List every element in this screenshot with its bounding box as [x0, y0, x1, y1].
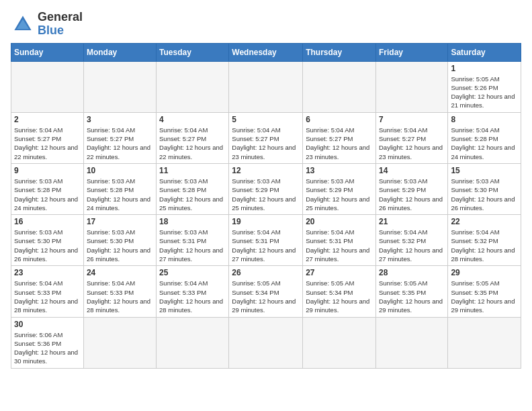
day-info: Sunrise: 5:04 AM Sunset: 5:27 PM Dayligh… — [159, 126, 226, 161]
calendar-cell — [375, 317, 447, 368]
day-number: 23 — [14, 268, 81, 277]
day-number: 19 — [232, 217, 300, 226]
day-number: 2 — [14, 115, 81, 124]
calendar-cell: 20Sunrise: 5:04 AM Sunset: 5:31 PM Dayli… — [303, 215, 376, 266]
day-info: Sunrise: 5:03 AM Sunset: 5:29 PM Dayligh… — [379, 177, 445, 212]
calendar-cell — [229, 61, 303, 112]
calendar-week-6: 30Sunrise: 5:06 AM Sunset: 5:36 PM Dayli… — [11, 317, 521, 368]
calendar-cell: 29Sunrise: 5:05 AM Sunset: 5:35 PM Dayli… — [448, 266, 521, 317]
calendar-cell: 30Sunrise: 5:06 AM Sunset: 5:36 PM Dayli… — [11, 317, 84, 368]
weekday-header-thursday: Thursday — [303, 43, 376, 61]
weekday-header-saturday: Saturday — [448, 43, 521, 61]
day-number: 6 — [306, 115, 373, 124]
day-info: Sunrise: 5:04 AM Sunset: 5:27 PM Dayligh… — [87, 126, 153, 161]
day-number: 25 — [159, 268, 226, 277]
day-info: Sunrise: 5:06 AM Sunset: 5:36 PM Dayligh… — [14, 330, 81, 366]
logo-icon — [11, 12, 35, 36]
calendar-cell — [303, 61, 376, 112]
calendar-cell: 15Sunrise: 5:03 AM Sunset: 5:30 PM Dayli… — [448, 163, 521, 214]
day-info: Sunrise: 5:03 AM Sunset: 5:30 PM Dayligh… — [14, 228, 81, 263]
day-info: Sunrise: 5:04 AM Sunset: 5:31 PM Dayligh… — [306, 228, 373, 263]
calendar-week-4: 16Sunrise: 5:03 AM Sunset: 5:30 PM Dayli… — [11, 215, 521, 266]
day-number: 28 — [379, 268, 445, 277]
day-info: Sunrise: 5:04 AM Sunset: 5:28 PM Dayligh… — [451, 126, 518, 161]
day-info: Sunrise: 5:03 AM Sunset: 5:28 PM Dayligh… — [159, 177, 226, 212]
day-number: 10 — [87, 166, 153, 175]
calendar-cell: 13Sunrise: 5:03 AM Sunset: 5:29 PM Dayli… — [303, 163, 376, 214]
day-info: Sunrise: 5:03 AM Sunset: 5:29 PM Dayligh… — [306, 177, 373, 212]
calendar-cell: 19Sunrise: 5:04 AM Sunset: 5:31 PM Dayli… — [229, 215, 303, 266]
calendar-cell: 6Sunrise: 5:04 AM Sunset: 5:27 PM Daylig… — [303, 112, 376, 163]
day-info: Sunrise: 5:04 AM Sunset: 5:33 PM Dayligh… — [14, 279, 81, 314]
calendar-week-5: 23Sunrise: 5:04 AM Sunset: 5:33 PM Dayli… — [11, 266, 521, 317]
day-number: 18 — [159, 217, 226, 226]
day-info: Sunrise: 5:03 AM Sunset: 5:29 PM Dayligh… — [232, 177, 300, 212]
day-number: 29 — [451, 268, 518, 277]
calendar-week-2: 2Sunrise: 5:04 AM Sunset: 5:27 PM Daylig… — [11, 112, 521, 163]
calendar-table: SundayMondayTuesdayWednesdayThursdayFrid… — [11, 43, 521, 369]
calendar-cell — [83, 317, 156, 368]
calendar-cell: 1Sunrise: 5:05 AM Sunset: 5:26 PM Daylig… — [448, 61, 521, 112]
day-number: 21 — [379, 217, 445, 226]
day-info: Sunrise: 5:05 AM Sunset: 5:34 PM Dayligh… — [232, 279, 300, 314]
calendar-cell: 18Sunrise: 5:03 AM Sunset: 5:31 PM Dayli… — [157, 215, 229, 266]
calendar-cell: 26Sunrise: 5:05 AM Sunset: 5:34 PM Dayli… — [229, 266, 303, 317]
day-number: 7 — [379, 115, 445, 124]
calendar-cell — [157, 317, 229, 368]
calendar-cell: 7Sunrise: 5:04 AM Sunset: 5:27 PM Daylig… — [375, 112, 447, 163]
day-info: Sunrise: 5:05 AM Sunset: 5:34 PM Dayligh… — [306, 279, 373, 314]
day-number: 20 — [306, 217, 373, 226]
day-info: Sunrise: 5:03 AM Sunset: 5:28 PM Dayligh… — [14, 177, 81, 212]
calendar-cell: 11Sunrise: 5:03 AM Sunset: 5:28 PM Dayli… — [157, 163, 229, 214]
calendar-cell: 22Sunrise: 5:04 AM Sunset: 5:32 PM Dayli… — [448, 215, 521, 266]
day-info: Sunrise: 5:04 AM Sunset: 5:32 PM Dayligh… — [451, 228, 518, 263]
day-info: Sunrise: 5:04 AM Sunset: 5:27 PM Dayligh… — [14, 126, 81, 161]
calendar-cell: 25Sunrise: 5:04 AM Sunset: 5:33 PM Dayli… — [157, 266, 229, 317]
calendar-week-3: 9Sunrise: 5:03 AM Sunset: 5:28 PM Daylig… — [11, 163, 521, 214]
day-number: 9 — [14, 166, 81, 175]
day-info: Sunrise: 5:04 AM Sunset: 5:32 PM Dayligh… — [379, 228, 445, 263]
day-number: 24 — [87, 268, 153, 277]
day-info: Sunrise: 5:03 AM Sunset: 5:30 PM Dayligh… — [87, 228, 153, 263]
logo: General Blue — [11, 11, 83, 38]
calendar-week-1: 1Sunrise: 5:05 AM Sunset: 5:26 PM Daylig… — [11, 61, 521, 112]
day-number: 11 — [159, 166, 226, 175]
calendar-cell: 17Sunrise: 5:03 AM Sunset: 5:30 PM Dayli… — [83, 215, 156, 266]
day-number: 1 — [451, 64, 518, 73]
calendar-cell: 9Sunrise: 5:03 AM Sunset: 5:28 PM Daylig… — [11, 163, 84, 214]
page-header: General Blue — [11, 11, 521, 38]
logo-text: General Blue — [38, 11, 83, 38]
day-info: Sunrise: 5:04 AM Sunset: 5:31 PM Dayligh… — [232, 228, 300, 263]
day-number: 3 — [87, 115, 153, 124]
calendar-cell: 23Sunrise: 5:04 AM Sunset: 5:33 PM Dayli… — [11, 266, 84, 317]
day-info: Sunrise: 5:05 AM Sunset: 5:35 PM Dayligh… — [379, 279, 445, 314]
day-info: Sunrise: 5:04 AM Sunset: 5:33 PM Dayligh… — [87, 279, 153, 314]
calendar-cell — [375, 61, 447, 112]
day-number: 12 — [232, 166, 300, 175]
calendar-cell: 8Sunrise: 5:04 AM Sunset: 5:28 PM Daylig… — [448, 112, 521, 163]
day-info: Sunrise: 5:04 AM Sunset: 5:27 PM Dayligh… — [379, 126, 445, 161]
weekday-header-monday: Monday — [83, 43, 156, 61]
day-number: 26 — [232, 268, 300, 277]
day-info: Sunrise: 5:03 AM Sunset: 5:30 PM Dayligh… — [451, 177, 518, 212]
day-info: Sunrise: 5:04 AM Sunset: 5:27 PM Dayligh… — [232, 126, 300, 161]
day-number: 15 — [451, 166, 518, 175]
day-info: Sunrise: 5:05 AM Sunset: 5:35 PM Dayligh… — [451, 279, 518, 314]
calendar-cell: 4Sunrise: 5:04 AM Sunset: 5:27 PM Daylig… — [157, 112, 229, 163]
day-number: 8 — [451, 115, 518, 124]
calendar-cell: 2Sunrise: 5:04 AM Sunset: 5:27 PM Daylig… — [11, 112, 84, 163]
calendar-cell: 16Sunrise: 5:03 AM Sunset: 5:30 PM Dayli… — [11, 215, 84, 266]
day-number: 22 — [451, 217, 518, 226]
day-number: 4 — [159, 115, 226, 124]
day-number: 16 — [14, 217, 81, 226]
calendar-cell — [11, 61, 84, 112]
calendar-cell: 10Sunrise: 5:03 AM Sunset: 5:28 PM Dayli… — [83, 163, 156, 214]
day-number: 14 — [379, 166, 445, 175]
day-info: Sunrise: 5:03 AM Sunset: 5:28 PM Dayligh… — [87, 177, 153, 212]
calendar-cell: 27Sunrise: 5:05 AM Sunset: 5:34 PM Dayli… — [303, 266, 376, 317]
calendar-cell — [229, 317, 303, 368]
calendar-cell — [83, 61, 156, 112]
calendar-cell: 21Sunrise: 5:04 AM Sunset: 5:32 PM Dayli… — [375, 215, 447, 266]
calendar-cell — [448, 317, 521, 368]
calendar-cell: 14Sunrise: 5:03 AM Sunset: 5:29 PM Dayli… — [375, 163, 447, 214]
